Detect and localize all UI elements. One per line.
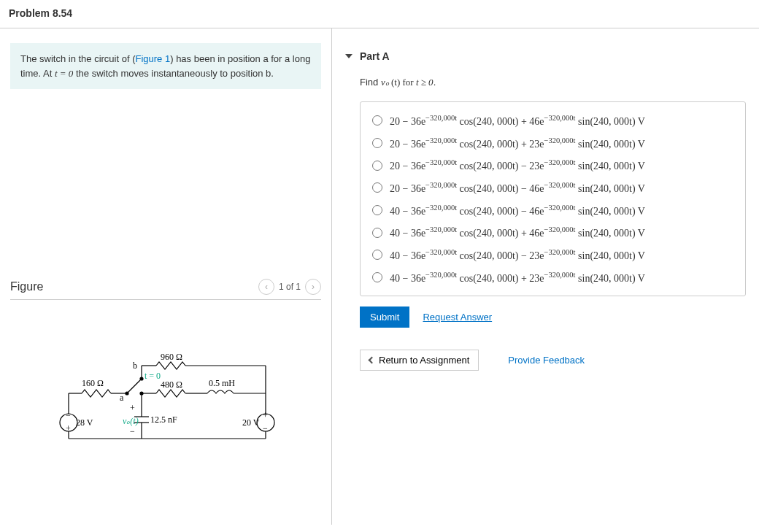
answer-option[interactable]: 40 − 36e−320,000t cos(240, 000t) − 23e−3… — [371, 244, 735, 266]
problem-statement: The switch in the circuit of (Figure 1) … — [10, 43, 321, 89]
circuit-diagram: 160 Ω 960 Ω 480 Ω 0.5 mH 12.5 nF 28 V 20… — [10, 344, 321, 448]
svg-line-7 — [127, 380, 140, 393]
label-vo: vₒ(t) — [123, 416, 139, 426]
prompt-text: Find — [360, 77, 381, 88]
prompt-t: (t) for — [389, 77, 416, 88]
figure-label: Figure — [10, 280, 43, 293]
problem-title: Problem 8.54 — [9, 7, 750, 19]
answer-option[interactable]: 40 − 36e−320,000t cos(240, 000t) + 23e−3… — [371, 266, 735, 289]
option-expr: 20 − 36e−320,000t cos(240, 000t) − 23e−3… — [390, 158, 645, 172]
option-expr: 40 − 36e−320,000t cos(240, 000t) − 46e−3… — [390, 204, 645, 217]
option-expr: 20 − 36e−320,000t cos(240, 000t) + 46e−3… — [390, 114, 645, 128]
prompt-suffix: . — [434, 77, 436, 88]
header: Problem 8.54 — [0, 0, 759, 28]
part-header[interactable]: Part A — [345, 50, 746, 62]
return-label: Return to Assignment — [379, 355, 469, 366]
answer-radio[interactable] — [372, 161, 382, 171]
answer-radio[interactable] — [372, 182, 382, 193]
right-column: Part A Find vₒ (t) for t ≥ 0. 20 − 36e−3… — [332, 28, 759, 525]
part-prompt: Find vₒ (t) for t ≥ 0. — [360, 77, 746, 88]
prompt-cond: t ≥ 0 — [416, 77, 434, 88]
caret-down-icon — [345, 54, 352, 58]
plus-src2: + — [263, 410, 268, 420]
figure-pager: ‹ 1 of 1 › — [258, 279, 321, 295]
answer-radio[interactable] — [372, 272, 382, 282]
label-cap: 12.5 nF — [150, 415, 177, 425]
info-text: The switch in the circuit of ( — [20, 53, 136, 64]
chevron-left-icon — [369, 357, 376, 364]
actions-row: Submit Request Answer — [360, 307, 746, 328]
submit-button[interactable]: Submit — [360, 307, 409, 328]
option-expr: 20 − 36e−320,000t cos(240, 000t) + 23e−3… — [390, 136, 645, 150]
pager-prev-button[interactable]: ‹ — [258, 279, 274, 295]
label-inductor: 0.5 mH — [209, 378, 235, 388]
label-b: b — [133, 361, 137, 371]
info-text: the switch moves instantaneously to posi… — [73, 68, 274, 79]
plus-src: + — [66, 423, 71, 433]
main: The switch in the circuit of (Figure 1) … — [0, 28, 759, 525]
label-vsl: 28 V — [76, 417, 93, 428]
label-r160: 160 Ω — [82, 378, 104, 388]
answer-option[interactable]: 20 − 36e−320,000t cos(240, 000t) − 23e−3… — [371, 154, 735, 177]
label-a: a — [120, 393, 124, 403]
figure-link[interactable]: Figure 1 — [136, 53, 171, 64]
answer-radio[interactable] — [372, 205, 382, 215]
answer-radio[interactable] — [372, 228, 382, 238]
minus-src: − — [66, 410, 71, 420]
answer-option[interactable]: 40 − 36e−320,000t cos(240, 000t) − 46e−3… — [371, 199, 735, 222]
left-column: The switch in the circuit of (Figure 1) … — [0, 28, 332, 525]
pager-next-button[interactable]: › — [305, 279, 321, 295]
request-answer-link[interactable]: Request Answer — [423, 312, 492, 323]
answer-option[interactable]: 20 − 36e−320,000t cos(240, 000t) − 46e−3… — [371, 177, 735, 199]
label-vsr: 20 V — [242, 417, 260, 428]
option-expr: 40 − 36e−320,000t cos(240, 000t) + 46e−3… — [390, 225, 645, 239]
plus-cap: + — [130, 403, 135, 413]
answer-option[interactable]: 20 − 36e−320,000t cos(240, 000t) + 23e−3… — [371, 132, 735, 155]
pager-text: 1 of 1 — [279, 282, 301, 292]
option-expr: 20 − 36e−320,000t cos(240, 000t) − 46e−3… — [390, 181, 645, 195]
label-t0: t = 0 — [145, 371, 161, 381]
return-button[interactable]: Return to Assignment — [360, 350, 479, 371]
minus-src2: − — [263, 423, 268, 433]
options-box: 20 − 36e−320,000t cos(240, 000t) + 46e−3… — [360, 101, 746, 296]
part-title: Part A — [360, 50, 390, 62]
return-row: Return to Assignment Provide Feedback — [360, 350, 746, 371]
figure-header: Figure ‹ 1 of 1 › — [10, 279, 321, 300]
answer-radio[interactable] — [372, 115, 382, 126]
minus-cap: − — [130, 426, 135, 436]
answer-radio[interactable] — [372, 138, 382, 148]
answer-option[interactable]: 40 − 36e−320,000t cos(240, 000t) + 46e−3… — [371, 221, 735, 244]
label-r960: 960 Ω — [161, 352, 182, 362]
prompt-vo: vₒ — [381, 77, 389, 88]
answer-radio[interactable] — [372, 250, 382, 260]
option-expr: 40 − 36e−320,000t cos(240, 000t) − 23e−3… — [390, 248, 645, 262]
label-r480: 480 Ω — [161, 379, 182, 390]
answer-option[interactable]: 20 − 36e−320,000t cos(240, 000t) + 46e−3… — [371, 109, 735, 132]
provide-feedback-link[interactable]: Provide Feedback — [508, 355, 585, 366]
option-expr: 40 − 36e−320,000t cos(240, 000t) + 23e−3… — [390, 271, 645, 285]
info-cond: t = 0 — [55, 68, 73, 79]
